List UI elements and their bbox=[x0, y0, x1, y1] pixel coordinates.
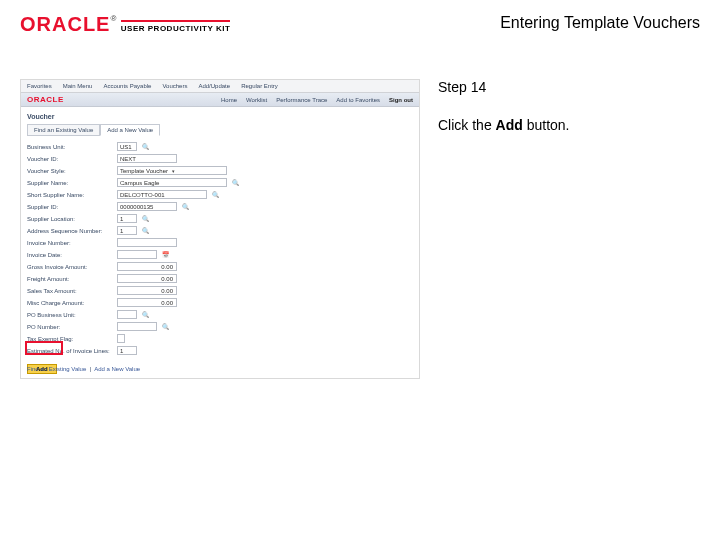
form-row: Voucher ID:NEXT bbox=[27, 154, 413, 163]
step-label: Step 14 bbox=[438, 79, 700, 95]
field-label: Supplier Location: bbox=[27, 216, 113, 222]
form-row: PO Business Unit:🔍 bbox=[27, 310, 413, 319]
text-input[interactable]: 1 bbox=[117, 214, 137, 223]
form-row: Sales Tax Amount:0.00 bbox=[27, 286, 413, 295]
field-label: Supplier Name: bbox=[27, 180, 113, 186]
field-label: Business Unit: bbox=[27, 144, 113, 150]
form-row: Short Supplier Name:DELCOTTO-001🔍 bbox=[27, 190, 413, 199]
instruction-bold: Add bbox=[496, 117, 523, 133]
oracle-logo: ORACLE bbox=[20, 13, 110, 35]
form-row: Gross Invoice Amount:0.00 bbox=[27, 262, 413, 271]
footer-find-existing[interactable]: Find an Existing Value bbox=[27, 366, 86, 372]
field-label: Voucher Style: bbox=[27, 168, 113, 174]
form-row: Freight Amount:0.00 bbox=[27, 274, 413, 283]
lookup-icon[interactable]: 🔍 bbox=[141, 215, 149, 223]
text-input[interactable]: Campus Eagle bbox=[117, 178, 227, 187]
lookup-icon[interactable]: 🔍 bbox=[161, 323, 169, 331]
field-label: Address Sequence Number: bbox=[27, 228, 113, 234]
form-row: Address Sequence Number:1🔍 bbox=[27, 226, 413, 235]
lookup-icon[interactable]: 🔍 bbox=[141, 227, 149, 235]
breadcrumb-item[interactable]: Add/Update bbox=[198, 83, 230, 89]
nav-home[interactable]: Home bbox=[221, 97, 237, 103]
text-input[interactable]: 1 bbox=[117, 346, 137, 355]
calendar-icon[interactable]: 📅 bbox=[161, 251, 169, 259]
text-input[interactable]: 0.00 bbox=[117, 274, 177, 283]
page-title: Voucher bbox=[21, 107, 419, 124]
nav-worklist[interactable]: Worklist bbox=[246, 97, 267, 103]
checkbox[interactable] bbox=[117, 334, 125, 343]
upk-subtitle: USER PRODUCTIVITY KIT bbox=[121, 20, 230, 33]
field-label: Invoice Date: bbox=[27, 252, 113, 258]
field-label: Invoice Number: bbox=[27, 240, 113, 246]
breadcrumb: Favorites Main Menu Accounts Payable Vou… bbox=[21, 80, 419, 93]
form-row: PO Number:🔍 bbox=[27, 322, 413, 331]
upk-header: ORACLE® USER PRODUCTIVITY KIT Entering T… bbox=[0, 0, 720, 39]
instruction-pane: Step 14 Click the Add button. bbox=[438, 79, 700, 520]
field-label: Short Supplier Name: bbox=[27, 192, 113, 198]
field-label: PO Number: bbox=[27, 324, 113, 330]
text-input[interactable]: 1 bbox=[117, 226, 137, 235]
instruction-post: button. bbox=[523, 117, 570, 133]
form-row: Invoice Date:📅 bbox=[27, 250, 413, 259]
select[interactable]: Template Voucher bbox=[117, 166, 227, 175]
text-input[interactable]: NEXT bbox=[117, 154, 177, 163]
field-label: Tax Exempt Flag: bbox=[27, 336, 113, 342]
tab-find-existing[interactable]: Find an Existing Value bbox=[27, 124, 100, 136]
tab-add-new[interactable]: Add a New Value bbox=[100, 124, 160, 136]
field-label: PO Business Unit: bbox=[27, 312, 113, 318]
form-row: Supplier Location:1🔍 bbox=[27, 214, 413, 223]
field-label: Freight Amount: bbox=[27, 276, 113, 282]
field-label: Gross Invoice Amount: bbox=[27, 264, 113, 270]
mini-oracle-logo: ORACLE bbox=[27, 95, 64, 104]
field-label: Estimated No. of Invoice Lines: bbox=[27, 348, 113, 354]
text-input[interactable] bbox=[117, 250, 157, 259]
text-input[interactable]: 0.00 bbox=[117, 298, 177, 307]
breadcrumb-item[interactable]: Main Menu bbox=[63, 83, 93, 89]
text-input[interactable] bbox=[117, 238, 177, 247]
breadcrumb-item[interactable]: Favorites bbox=[27, 83, 52, 89]
form-row: Voucher Style:Template Voucher bbox=[27, 166, 413, 175]
lesson-title: Entering Template Vouchers bbox=[500, 14, 700, 32]
screenshot-pane: Favorites Main Menu Accounts Payable Vou… bbox=[20, 79, 420, 379]
lookup-icon[interactable]: 🔍 bbox=[211, 191, 219, 199]
lookup-icon[interactable]: 🔍 bbox=[231, 179, 239, 187]
text-input[interactable]: 0.00 bbox=[117, 286, 177, 295]
field-label: Misc Charge Amount: bbox=[27, 300, 113, 306]
footer-add-new[interactable]: Add a New Value bbox=[94, 366, 140, 372]
form-row: Misc Charge Amount:0.00 bbox=[27, 298, 413, 307]
form-row: Supplier ID:0000000135🔍 bbox=[27, 202, 413, 211]
tab-strip: Find an Existing Value Add a New Value bbox=[21, 124, 419, 136]
text-input[interactable] bbox=[117, 310, 137, 319]
breadcrumb-item[interactable]: Regular Entry bbox=[241, 83, 278, 89]
field-label: Sales Tax Amount: bbox=[27, 288, 113, 294]
footer-links: Find an Existing Value | Add a New Value bbox=[27, 366, 140, 372]
lookup-icon[interactable]: 🔍 bbox=[141, 311, 149, 319]
lookup-icon[interactable]: 🔍 bbox=[141, 143, 149, 151]
breadcrumb-item[interactable]: Accounts Payable bbox=[103, 83, 151, 89]
nav-perftrace[interactable]: Performance Trace bbox=[276, 97, 327, 103]
form-row: Invoice Number: bbox=[27, 238, 413, 247]
text-input[interactable]: DELCOTTO-001 bbox=[117, 190, 207, 199]
instruction-pre: Click the bbox=[438, 117, 496, 133]
text-input[interactable]: 0.00 bbox=[117, 262, 177, 271]
lookup-icon[interactable]: 🔍 bbox=[181, 203, 189, 211]
field-label: Supplier ID: bbox=[27, 204, 113, 210]
form-row: Tax Exempt Flag: bbox=[27, 334, 413, 343]
breadcrumb-item[interactable]: Vouchers bbox=[162, 83, 187, 89]
text-input[interactable]: 0000000135 bbox=[117, 202, 177, 211]
instruction-text: Click the Add button. bbox=[438, 117, 700, 133]
form-row: Supplier Name:Campus Eagle🔍 bbox=[27, 178, 413, 187]
text-input[interactable] bbox=[117, 322, 157, 331]
nav-signout[interactable]: Sign out bbox=[389, 97, 413, 103]
text-input[interactable]: US1 bbox=[117, 142, 137, 151]
app-brand-bar: ORACLE Home Worklist Performance Trace A… bbox=[21, 93, 419, 107]
form-row: Business Unit:US1🔍 bbox=[27, 142, 413, 151]
field-label: Voucher ID: bbox=[27, 156, 113, 162]
form-row: Estimated No. of Invoice Lines:1 bbox=[27, 346, 413, 355]
nav-add-fav[interactable]: Add to Favorites bbox=[336, 97, 380, 103]
oracle-branding: ORACLE® USER PRODUCTIVITY KIT bbox=[20, 14, 230, 35]
trademark: ® bbox=[110, 14, 116, 23]
voucher-form: Business Unit:US1🔍Voucher ID:NEXTVoucher… bbox=[21, 136, 419, 360]
